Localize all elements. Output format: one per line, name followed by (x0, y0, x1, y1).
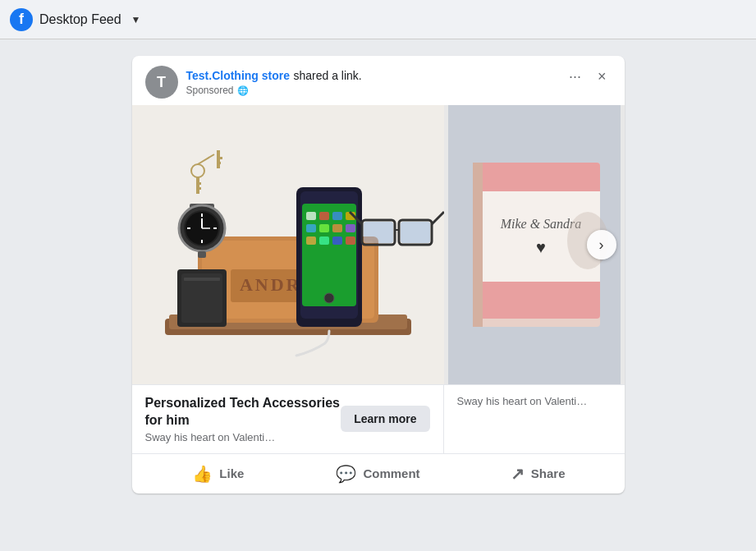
like-button[interactable]: 👍 Like (139, 457, 299, 490)
card-subtitle: Sway his heart on Valenti… (145, 431, 341, 443)
preview-selector[interactable]: f Desktop Feed ▼ (10, 8, 141, 31)
svg-rect-16 (332, 224, 342, 232)
main-card-bottom: Personalized Tech Accessories for him Sw… (132, 384, 444, 453)
svg-rect-17 (346, 224, 355, 232)
comment-icon: 💬 (336, 464, 356, 484)
card-text: Personalized Tech Accessories for him Sw… (145, 395, 341, 443)
svg-rect-42 (196, 177, 199, 194)
comment-label: Comment (363, 466, 419, 480)
svg-rect-20 (332, 236, 342, 245)
preview-label: Desktop Feed (39, 12, 121, 27)
svg-rect-14 (306, 224, 316, 232)
svg-rect-47 (217, 157, 222, 159)
svg-rect-15 (319, 224, 329, 232)
store-name-row: Test.Clothing store shared a link. (186, 68, 362, 83)
card-footer: 👍 Like 💬 Comment ↗ Share (132, 453, 625, 494)
share-label: Share (531, 466, 566, 480)
svg-rect-55 (473, 183, 600, 191)
secondary-product-image: Mike & Sandra ♥ › (444, 105, 625, 384)
svg-rect-12 (332, 212, 342, 220)
product-illustration: ANDREW (132, 105, 444, 384)
avatar: T (145, 66, 178, 99)
close-button[interactable]: × (593, 66, 612, 87)
share-button[interactable]: ↗ Share (458, 457, 618, 490)
top-bar: f Desktop Feed ▼ (0, 0, 756, 39)
svg-rect-58 (473, 163, 483, 327)
like-icon: 👍 (192, 464, 213, 484)
svg-rect-28 (364, 222, 393, 243)
main-content: T Test.Clothing store shared a link. Spo… (0, 39, 756, 510)
header-left: T Test.Clothing store shared a link. Spo… (145, 66, 362, 99)
next-icon: › (599, 236, 604, 254)
avatar-letter: T (157, 74, 166, 91)
comment-button[interactable]: 💬 Comment (298, 457, 458, 490)
share-icon: ↗ (511, 464, 525, 484)
globe-icon: 🌐 (237, 85, 249, 96)
svg-rect-44 (196, 187, 201, 190)
svg-point-22 (324, 293, 334, 303)
svg-rect-19 (319, 236, 329, 245)
svg-rect-29 (401, 222, 430, 243)
card-title: Personalized Tech Accessories for him (145, 395, 341, 429)
bottom-content-row: Personalized Tech Accessories for him Sw… (132, 384, 625, 453)
card-header: T Test.Clothing store shared a link. Spo… (132, 56, 625, 105)
svg-rect-57 (473, 282, 600, 298)
svg-rect-43 (196, 182, 201, 185)
images-row: ANDREW (132, 105, 625, 384)
svg-rect-11 (319, 212, 329, 220)
learn-more-button[interactable]: Learn more (341, 406, 429, 432)
facebook-icon: f (10, 8, 33, 31)
svg-rect-21 (346, 236, 355, 245)
secondary-card-bottom: Sway his heart on Valenti… (444, 384, 625, 453)
svg-text:♥: ♥ (536, 238, 546, 256)
svg-rect-40 (198, 251, 206, 258)
main-product-image: ANDREW (132, 105, 444, 384)
svg-rect-18 (306, 236, 316, 245)
sponsored-label: Sponsored (186, 85, 234, 96)
like-label: Like (219, 466, 244, 480)
header-text: Test.Clothing store shared a link. Spons… (186, 68, 362, 96)
svg-rect-51 (184, 278, 220, 281)
shared-text: shared a link. (293, 69, 361, 82)
svg-rect-10 (306, 212, 316, 220)
main-card-info: Personalized Tech Accessories for him Sw… (132, 384, 443, 453)
sponsored-row: Sponsored 🌐 (186, 85, 362, 96)
next-button[interactable]: › (587, 230, 616, 259)
store-name[interactable]: Test.Clothing store (186, 69, 291, 82)
secondary-card-info: Sway his heart on Valenti… (444, 384, 625, 417)
more-options-button[interactable]: ··· (564, 66, 586, 87)
header-actions: ··· × (564, 66, 612, 87)
dropdown-arrow-icon: ▼ (131, 14, 141, 25)
svg-rect-48 (217, 162, 221, 164)
secondary-subtitle: Sway his heart on Valenti… (457, 395, 612, 407)
ad-card: T Test.Clothing store shared a link. Spo… (132, 56, 625, 494)
